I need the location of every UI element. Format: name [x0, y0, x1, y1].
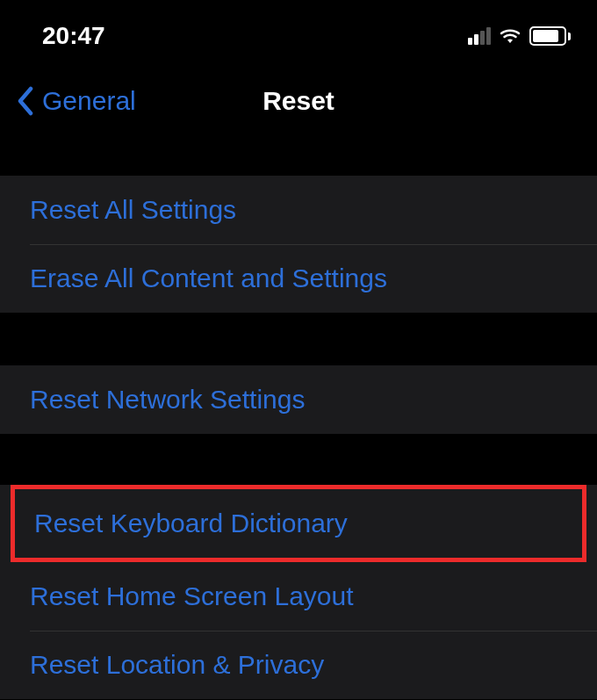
- cellular-signal-icon: [468, 27, 491, 45]
- battery-icon: [529, 26, 571, 46]
- chevron-left-icon: [16, 86, 35, 116]
- status-bar: 20:47: [0, 0, 597, 61]
- highlight-annotation: Reset Keyboard Dictionary: [11, 485, 586, 562]
- reset-home-screen-layout-row[interactable]: Reset Home Screen Layout: [0, 562, 597, 631]
- erase-all-content-row[interactable]: Erase All Content and Settings: [0, 244, 597, 313]
- wifi-icon: [498, 26, 522, 46]
- status-time: 20:47: [42, 22, 105, 50]
- reset-location-privacy-row[interactable]: Reset Location & Privacy: [0, 631, 597, 699]
- status-icons: [468, 26, 571, 46]
- navigation-bar: General Reset: [0, 70, 597, 132]
- reset-all-settings-row[interactable]: Reset All Settings: [0, 176, 597, 244]
- back-button[interactable]: General: [16, 86, 136, 116]
- section-spacer: [0, 313, 597, 365]
- settings-group-3: Reset Keyboard Dictionary Reset Home Scr…: [0, 485, 597, 699]
- reset-keyboard-dictionary-row[interactable]: Reset Keyboard Dictionary: [15, 489, 582, 558]
- settings-group-2: Reset Network Settings: [0, 365, 597, 434]
- reset-network-settings-row[interactable]: Reset Network Settings: [0, 365, 597, 434]
- back-label: General: [42, 86, 136, 116]
- section-spacer: [0, 132, 597, 176]
- section-spacer: [0, 434, 597, 485]
- settings-group-1: Reset All Settings Erase All Content and…: [0, 176, 597, 313]
- page-title: Reset: [263, 86, 334, 116]
